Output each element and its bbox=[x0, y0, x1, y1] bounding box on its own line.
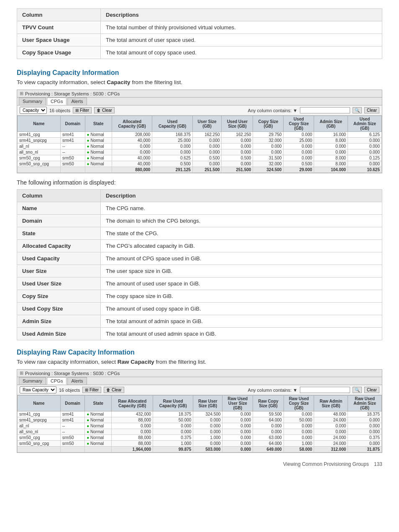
data-cell: 0.000 bbox=[348, 423, 382, 429]
capacity-dropdown[interactable]: Capacity bbox=[20, 107, 47, 114]
domain-cell: srm41 bbox=[60, 417, 85, 423]
data-cell: 59.500 bbox=[253, 411, 284, 417]
data-cell: 0.000 bbox=[284, 429, 314, 435]
total-cell bbox=[60, 167, 85, 173]
data-cell: 29.750 bbox=[253, 132, 284, 138]
data-cell: 0.000 bbox=[314, 423, 348, 429]
name-cell: srm50_snp_cpg bbox=[18, 441, 61, 447]
data-cell: 162.250 bbox=[192, 132, 221, 138]
domain-cell: srm50 bbox=[60, 441, 85, 447]
tab-alerts[interactable]: Alerts bbox=[67, 98, 87, 105]
table-row: Used Admin SizeThe total amount of used … bbox=[17, 328, 382, 340]
data-cell: 0.000 bbox=[223, 423, 253, 429]
data-cell: 88,000 bbox=[112, 417, 153, 423]
search-button[interactable]: 🔍 bbox=[353, 107, 362, 113]
total-cell: 649.000 bbox=[253, 447, 284, 452]
total-cell: 324.500 bbox=[253, 167, 284, 173]
data-cell: 8.000 bbox=[314, 161, 348, 167]
data-cell: 0.000 bbox=[223, 441, 253, 447]
table-row: Used CapacityThe amount of CPG space use… bbox=[17, 252, 382, 265]
col2-raw-alloc: Raw AllocatedCapacity (GB) bbox=[112, 396, 153, 411]
domain-cell: srm41 bbox=[60, 132, 85, 138]
table-row: User Space UsageThe total amount of user… bbox=[17, 34, 382, 46]
search-clear-button2[interactable]: Clear bbox=[364, 387, 379, 393]
data-cell: 0.000 bbox=[253, 423, 284, 429]
data-cell: 63.000 bbox=[253, 435, 284, 441]
total-cell: 251.500 bbox=[192, 167, 221, 173]
col2-domain: Domain bbox=[60, 396, 85, 411]
desc-row-col: User Size bbox=[17, 265, 101, 278]
data-cell: 0.000 bbox=[223, 429, 253, 435]
data-cell: 24.000 bbox=[314, 435, 348, 441]
tab2-alerts[interactable]: Alerts bbox=[67, 377, 87, 385]
data-cell: 24.000 bbox=[314, 417, 348, 423]
panel2-toolbar: Raw Capacity 16 objects ⊞ Filter 🗑 Clear… bbox=[17, 385, 382, 395]
filter-button[interactable]: ⊞ Filter bbox=[73, 107, 92, 113]
data-cell: 0.000 bbox=[223, 435, 253, 441]
section2-title: Displaying Raw Capacity Information bbox=[17, 349, 382, 356]
status-dot: ● bbox=[87, 441, 89, 446]
col2-raw-used: Raw UsedCapacity (GB) bbox=[153, 396, 193, 411]
desc-row-col: Domain bbox=[17, 215, 101, 227]
section1-intro: To view capacity information, select Cap… bbox=[17, 79, 382, 85]
table-cell-desc: The total number of thinly provisioned v… bbox=[101, 21, 382, 34]
data-cell: 50.000 bbox=[284, 417, 314, 423]
table-cell-desc: The total amount of user space used. bbox=[101, 34, 382, 46]
provisioning-icon2: ⊞ bbox=[20, 370, 23, 376]
total-cell bbox=[85, 167, 112, 173]
clear-button[interactable]: 🗑 Clear bbox=[94, 107, 115, 113]
page-footer: Viewing Common Provisioning Groups 133 bbox=[17, 461, 382, 467]
data-cell: 16.000 bbox=[314, 132, 348, 138]
state-cell: ● Normal bbox=[85, 144, 112, 149]
state-cell: ● Normal bbox=[85, 429, 112, 435]
tab-cpgs[interactable]: CPGs bbox=[47, 98, 66, 105]
data-cell: 324.500 bbox=[193, 411, 223, 417]
data-cell: 0.375 bbox=[153, 435, 193, 441]
table-row: Copy Space UsageThe total amount of copy… bbox=[17, 46, 382, 59]
table-cell-desc: The total amount of copy space used. bbox=[101, 46, 382, 59]
panel1-title-bar: ⊞ Provisioning : Storage Systems : S030 … bbox=[17, 90, 382, 98]
desc-row-col: Copy Size bbox=[17, 290, 101, 303]
total-cell: 31.875 bbox=[348, 447, 382, 452]
any-col-input2[interactable] bbox=[300, 387, 350, 393]
data-cell: 0.000 bbox=[348, 161, 382, 167]
panel2: ⊞ Provisioning : Storage Systems : S030 … bbox=[17, 369, 382, 453]
filter-button2[interactable]: ⊞ Filter bbox=[82, 387, 101, 393]
data-cell: 18.375 bbox=[153, 411, 193, 417]
data-cell: 0.500 bbox=[192, 155, 221, 161]
table-row: DomainThe domain to which the CPG belong… bbox=[17, 215, 382, 227]
desc-row-col: State bbox=[17, 227, 101, 240]
tab2-cpgs[interactable]: CPGs bbox=[47, 377, 66, 385]
data-cell: 0.000 bbox=[253, 429, 284, 435]
clear-button2[interactable]: 🗑 Clear bbox=[104, 387, 124, 393]
table-row: Admin SizeThe total amount of admin spac… bbox=[17, 315, 382, 328]
table-row: StateThe state of the CPG. bbox=[17, 227, 382, 240]
data-cell: 0.000 bbox=[348, 429, 382, 435]
desc-row-col: Used User Size bbox=[17, 278, 101, 290]
any-col-input[interactable] bbox=[300, 107, 350, 113]
col-user-size: User Size(GB) bbox=[192, 116, 221, 132]
total-cell bbox=[60, 447, 85, 452]
state-cell: ● Normal bbox=[85, 132, 112, 138]
page-number: 133 bbox=[374, 461, 382, 467]
data-cell: 0.000 bbox=[112, 144, 152, 149]
top-table-col-header: Column bbox=[17, 9, 101, 21]
tab-summary[interactable]: Summary bbox=[19, 98, 46, 105]
tab2-summary[interactable]: Summary bbox=[19, 377, 46, 385]
search-clear-button[interactable]: Clear bbox=[364, 107, 379, 113]
table-row: srm50_snp_cpgsrm50● Normal88,0001.0000.0… bbox=[18, 441, 382, 447]
col-used-copy-size: UsedCopy Size(GB) bbox=[284, 116, 314, 132]
table-row: srm50_snp_cpgsrm50● Normal40,0000.5000.0… bbox=[18, 161, 382, 167]
state-cell: ● Normal bbox=[85, 155, 112, 161]
data-cell: 0.000 bbox=[284, 132, 314, 138]
data-cell: 168.375 bbox=[152, 132, 193, 138]
data-cell: 48.000 bbox=[314, 411, 348, 417]
col-copy-size: Copy Size(GB) bbox=[253, 116, 284, 132]
raw-capacity-dropdown[interactable]: Raw Capacity bbox=[20, 386, 56, 393]
data-cell: 0.500 bbox=[284, 161, 314, 167]
search-button2[interactable]: 🔍 bbox=[353, 387, 362, 393]
col2-raw-admin-size: Raw AdminSize (GB) bbox=[314, 396, 348, 411]
state-cell: ● Normal bbox=[85, 417, 112, 423]
status-dot: ● bbox=[87, 435, 89, 440]
panel2-tabs: Summary CPGs Alerts bbox=[17, 377, 382, 385]
